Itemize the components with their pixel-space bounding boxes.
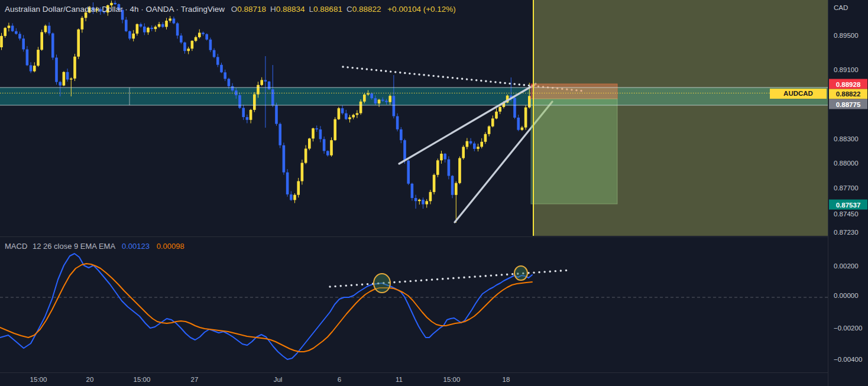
macd-signal-value: 0.00098	[157, 242, 184, 251]
time-axis[interactable]: 15:002015:0027Jul61115:0018	[0, 372, 828, 386]
axis-tick-label: −0.00400	[834, 356, 862, 363]
price-line-symbol-label[interactable]: AUDCAD	[770, 89, 827, 99]
macd-dotted-trendline[interactable]	[330, 270, 569, 287]
axis-tick-label: −0.00200	[834, 325, 862, 332]
axis-currency-label: CAD	[834, 4, 848, 11]
axis-tick-label: 0.88300	[834, 135, 859, 142]
time-axis-label: 6	[338, 376, 341, 383]
price-chart-pane[interactable]	[0, 0, 828, 236]
ohlc-key: H	[270, 5, 276, 14]
ohlc-value: 0.88681	[313, 5, 342, 14]
axis-tick-label: 0.87700	[834, 184, 859, 192]
macd-params: 12 26 close 9 EMA EMA	[33, 242, 115, 251]
ohlc-key: L	[309, 5, 314, 14]
axis-tick-label: 0.00200	[834, 262, 859, 270]
time-axis-label: 18	[503, 376, 510, 383]
stop-price-badge: 0.88928	[829, 79, 867, 89]
ohlc-value: 0.88834	[276, 5, 305, 14]
time-axis-label: 15:00	[30, 376, 47, 383]
candles	[0, 1, 530, 223]
macd-value: 0.00123	[122, 242, 150, 251]
axis-tick-label: 0.00000	[834, 292, 859, 299]
time-axis-label: 11	[396, 376, 403, 383]
time-axis-label: Jul	[274, 376, 283, 383]
axis-tick-label: 0.89500	[834, 32, 859, 39]
axis-tick-label: 0.87230	[834, 229, 859, 236]
axis-tick-label: 0.89100	[834, 66, 859, 73]
macd-peak-circle[interactable]	[374, 274, 390, 293]
time-axis-label: 15:00	[134, 376, 151, 383]
time-axis-label: 15:00	[443, 376, 461, 383]
macd-chart[interactable]	[0, 237, 828, 373]
ohlc-key: C	[346, 5, 352, 14]
macd-peak-circle[interactable]	[514, 266, 527, 280]
chart-legend[interactable]: Australian Dollar/Canadian Dollar · 4h ·…	[5, 5, 456, 14]
price-axis[interactable]: CAD 0.895000.891000.883000.880000.877000…	[828, 0, 868, 386]
target-price-badge: 0.87537	[829, 200, 867, 210]
price-change: +0.00104 (+0.12%)	[387, 5, 456, 14]
last-price-badge: 0.88822	[829, 89, 867, 99]
candlestick-chart[interactable]	[0, 0, 828, 236]
ohlc-values: O0.88718H0.88834L0.88681C0.88822	[227, 5, 381, 14]
axis-tick-label: 0.88000	[834, 160, 859, 167]
ohlc-value: 0.88718	[237, 5, 266, 14]
highlight-region	[533, 0, 828, 236]
macd-indicator-pane[interactable]	[0, 236, 828, 373]
time-axis-label: 27	[191, 376, 199, 383]
symbol-description[interactable]: Australian Dollar/Canadian Dollar · 4h ·…	[5, 5, 225, 14]
macd-indicator-name[interactable]: MACD	[5, 242, 27, 251]
time-axis-label: 20	[86, 376, 94, 383]
macd-legend[interactable]: MACD 12 26 close 9 EMA EMA 0.00123 0.000…	[5, 242, 184, 251]
macd-line	[0, 254, 532, 359]
ohlc-value: 0.88822	[352, 5, 381, 14]
trading-chart-app: Australian Dollar/Canadian Dollar · 4h ·…	[0, 0, 868, 386]
low-band-badge: 0.88775	[829, 99, 867, 109]
ohlc-key: O	[231, 5, 238, 14]
macd-signal-line	[0, 264, 532, 352]
axis-tick-label: 0.87450	[834, 210, 859, 218]
